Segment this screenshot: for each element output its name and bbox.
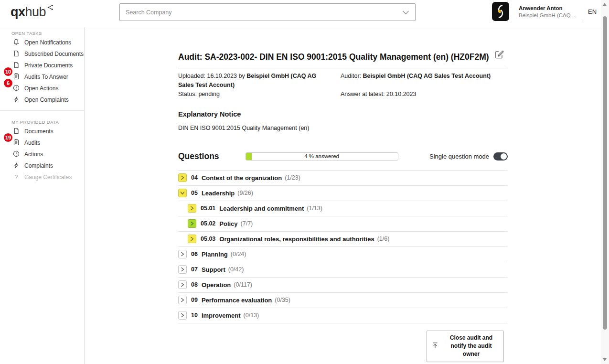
progress-label: 4 % answered	[246, 153, 398, 160]
language-selector[interactable]: EN	[588, 8, 597, 15]
lightning-icon	[12, 96, 20, 105]
status-field: Status: pending	[178, 90, 341, 99]
close-audit-button[interactable]: Close audit and notify the audit owner	[427, 331, 504, 362]
chapter-title: Leadership and commitment	[219, 205, 304, 212]
chevron-right-icon[interactable]	[178, 250, 187, 258]
sidebar-item-open-actions[interactable]: 6 Open Actions	[0, 83, 84, 94]
explanatory-notice-heading: Explanatory Notice	[178, 110, 508, 118]
exclamation-circle-icon	[12, 84, 20, 93]
header-divider	[582, 4, 582, 20]
sidebar-section-open-tasks: OPEN TASKS Open Notifications Subscribed…	[0, 27, 84, 106]
chapter-row-05-02[interactable]: 05.02 Policy (7/7)	[178, 216, 508, 232]
app-logo: qxhub	[11, 5, 53, 20]
sidebar-item-documents[interactable]: Documents	[0, 126, 84, 137]
lightning-icon	[12, 161, 20, 171]
user-organization: Beispiel GmbH (CAQ ...	[519, 12, 578, 18]
chevron-right-icon[interactable]	[188, 219, 196, 228]
single-question-mode-label: Single question mode	[429, 153, 489, 160]
explanatory-notice-text: DIN EN ISO 9001:2015 Quality Management …	[178, 125, 508, 131]
sidebar-item-label: Audits To Answer	[24, 74, 68, 80]
chapter-count: (9/26)	[237, 190, 253, 196]
share-icon	[47, 0, 53, 14]
user-info[interactable]: Anwender Anton Beispiel GmbH (CAQ ...	[519, 5, 578, 18]
chevron-down-icon[interactable]	[178, 189, 187, 197]
audits-to-answer-badge: 10	[4, 67, 12, 76]
question-icon: ?	[12, 173, 20, 182]
question-chapter-list: 04 Context of the organization (1/23) 05…	[178, 170, 508, 323]
chapter-row-05[interactable]: 05 Leadership (9/26)	[178, 186, 508, 201]
chapter-row-07[interactable]: 07 Support (0/42)	[178, 262, 508, 278]
chapter-number: 05.01	[201, 205, 215, 212]
chapter-title: Improvement	[202, 312, 241, 319]
chevron-down-icon[interactable]	[402, 8, 409, 17]
chapter-title: Organizational roles, responsibilities a…	[219, 236, 374, 243]
search-input[interactable]	[126, 9, 402, 16]
sidebar-item-label: Private Documents	[24, 62, 73, 69]
sidebar-item-open-notifications[interactable]: Open Notifications	[0, 37, 84, 48]
sidebar: OPEN TASKS Open Notifications Subscribed…	[0, 27, 85, 364]
chapter-title: Support	[202, 266, 225, 273]
chapter-count: (0/42)	[228, 266, 244, 273]
document-icon	[12, 61, 20, 70]
sidebar-item-open-complaints[interactable]: Open Complaints	[0, 94, 84, 106]
chevron-right-icon[interactable]	[188, 235, 196, 243]
company-search-combobox[interactable]	[119, 3, 416, 21]
chevron-right-icon[interactable]	[178, 280, 187, 289]
title-divider	[178, 68, 508, 68]
sidebar-item-label: Open Complaints	[24, 96, 69, 103]
sidebar-item-gauge-certificates[interactable]: ? Gauge Certificates	[0, 171, 84, 183]
chevron-right-icon[interactable]	[178, 296, 187, 304]
section-label: OPEN TASKS	[0, 31, 84, 37]
scrollbar-thumb[interactable]	[603, 16, 607, 330]
sidebar-item-actions[interactable]: Actions	[0, 149, 84, 160]
sidebar-item-audits-to-answer[interactable]: 10 Audits To Answer	[0, 71, 84, 83]
answer-at-latest-field: Answer at latest: 20.10.2023	[341, 90, 508, 99]
chapter-number: 05.03	[201, 236, 215, 242]
open-actions-badge: 6	[4, 79, 12, 87]
chapter-title: Leadership	[202, 190, 235, 197]
sidebar-item-label: Gauge Certificates	[24, 174, 72, 181]
audits-badge: 19	[4, 133, 12, 142]
sidebar-item-label: Open Actions	[24, 85, 58, 92]
scroll-up-arrow-icon[interactable]	[603, 3, 607, 6]
sidebar-item-label: Subscribed Documents	[24, 51, 84, 57]
chapter-row-08[interactable]: 08 Operation (0/117)	[178, 278, 508, 293]
sidebar-item-subscribed-documents[interactable]: Subscribed Documents	[0, 48, 84, 60]
clipboard-icon	[12, 73, 20, 82]
document-icon	[12, 127, 20, 136]
answered-progress-bar: 4 % answered	[246, 152, 398, 161]
chevron-right-icon[interactable]	[178, 173, 187, 182]
chevron-right-icon[interactable]	[188, 204, 196, 213]
single-question-mode-toggle[interactable]	[493, 152, 508, 161]
sidebar-item-label: Complaints	[24, 162, 53, 169]
chapter-number: 04	[191, 174, 198, 181]
chapter-count: (0/35)	[275, 297, 290, 303]
chevron-right-icon[interactable]	[178, 311, 187, 320]
org-avatar[interactable]	[492, 2, 509, 21]
scroll-down-arrow-icon[interactable]	[603, 358, 607, 361]
chapter-title: Operation	[202, 281, 231, 289]
chapter-number: 07	[191, 266, 198, 273]
section-label: MY PROVIDED DATA	[0, 119, 84, 126]
uploaded-field: Uploaded: 16.10.2023 by Beispiel GmbH (C…	[178, 72, 341, 90]
sidebar-item-private-documents[interactable]: Private Documents	[0, 60, 84, 71]
chapter-row-06[interactable]: 06 Planning (0/24)	[178, 247, 508, 262]
chapter-row-05-01[interactable]: 05.01 Leadership and commitment (1/13)	[178, 201, 508, 216]
chevron-right-icon[interactable]	[178, 265, 187, 274]
sidebar-item-complaints[interactable]: Complaints	[0, 160, 84, 171]
page-title: Audit: SA-2023-002- DIN EN ISO 9001:2015…	[178, 51, 489, 63]
main-area: Audit: SA-2023-002- DIN EN ISO 9001:2015…	[85, 27, 601, 364]
chapter-row-04[interactable]: 04 Context of the organization (1/23)	[178, 171, 508, 186]
sidebar-item-label: Actions	[24, 151, 43, 158]
edit-audit-icon[interactable]	[494, 49, 504, 62]
chapter-row-05-03[interactable]: 05.03 Organizational roles, responsibili…	[178, 232, 508, 247]
sidebar-item-label: Audits	[24, 139, 40, 146]
sidebar-item-label: Open Notifications	[24, 39, 71, 46]
chapter-row-10[interactable]: 10 Improvement (0/13)	[178, 308, 508, 323]
vertical-scrollbar[interactable]	[601, 0, 609, 364]
chapter-row-09[interactable]: 09 Performance evaluation (0/35)	[178, 293, 508, 308]
sidebar-item-audits[interactable]: 19 Audits	[0, 137, 84, 149]
audit-metadata: Uploaded: 16.10.2023 by Beispiel GmbH (C…	[178, 72, 508, 99]
sidebar-item-label: Documents	[24, 128, 53, 135]
svg-text:?: ?	[14, 173, 18, 180]
